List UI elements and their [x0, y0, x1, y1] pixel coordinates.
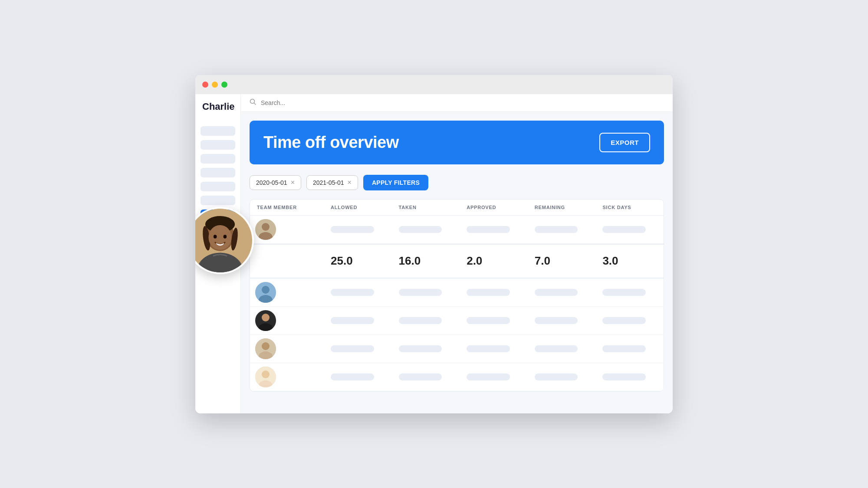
app-logo: Charlie — [201, 101, 235, 112]
data-cell — [392, 370, 460, 384]
col-sick-days: SICK DAYS — [595, 205, 664, 210]
avatar-4 — [255, 310, 276, 331]
placeholder — [602, 373, 646, 380]
placeholder — [399, 345, 442, 352]
sidebar-item-1[interactable] — [201, 126, 235, 136]
table-row — [250, 278, 664, 307]
placeholder — [535, 226, 578, 233]
table-row — [250, 307, 664, 335]
traffic-lights — [202, 82, 227, 88]
sidebar-item-5[interactable] — [201, 182, 235, 191]
sidebar-item-2[interactable] — [201, 140, 235, 150]
taken-value: 16.0 — [399, 254, 421, 268]
apply-filters-button[interactable]: APPLY FILTERS — [363, 175, 428, 190]
data-cell — [460, 285, 528, 299]
data-cell — [528, 314, 596, 328]
placeholder — [602, 345, 646, 352]
data-cell — [595, 370, 664, 384]
search-input[interactable] — [261, 99, 664, 106]
content-area: Time off overview EXPORT 2020-05-01 × 20… — [241, 112, 673, 413]
sick-days-cell: 3.0 — [595, 251, 664, 271]
avatar-1 — [255, 219, 276, 240]
svg-point-15 — [262, 370, 270, 378]
placeholder — [331, 345, 374, 352]
main-content: Time off overview EXPORT 2020-05-01 × 20… — [241, 94, 673, 413]
allowed-cell: 25.0 — [324, 251, 392, 271]
sick-days-value: 3.0 — [602, 254, 618, 268]
avatar-5 — [255, 338, 276, 359]
date-from-value: 2020-05-01 — [256, 179, 287, 186]
svg-line-1 — [254, 103, 256, 105]
sidebar-item-3[interactable] — [201, 154, 235, 164]
placeholder — [467, 373, 510, 380]
highlighted-table-row: 25.0 16.0 2.0 7.0 3.0 — [250, 244, 664, 278]
data-cell — [460, 370, 528, 384]
search-icon — [250, 98, 256, 107]
member-cell-3 — [250, 278, 324, 306]
data-cell — [392, 342, 460, 356]
highlighted-member-cell — [250, 258, 324, 265]
data-cell — [595, 285, 664, 299]
maximize-button[interactable] — [221, 82, 227, 88]
placeholder — [331, 289, 374, 296]
svg-point-9 — [262, 314, 270, 321]
svg-point-3 — [262, 223, 270, 231]
avatar-6 — [255, 367, 276, 387]
data-cell — [528, 370, 596, 384]
remaining-value: 7.0 — [535, 254, 550, 268]
data-cell — [460, 342, 528, 356]
data-cell — [528, 342, 596, 356]
svg-point-6 — [262, 286, 270, 294]
placeholder — [399, 317, 442, 324]
placeholder — [399, 226, 442, 233]
placeholder — [602, 226, 646, 233]
date-to-filter[interactable]: 2021-05-01 × — [306, 175, 358, 190]
placeholder — [331, 226, 374, 233]
svg-point-24 — [214, 235, 217, 239]
placeholder — [535, 345, 578, 352]
date-from-filter[interactable]: 2020-05-01 × — [250, 175, 301, 190]
taken-cell: 16.0 — [392, 251, 460, 271]
placeholder — [602, 317, 646, 324]
data-cell — [595, 314, 664, 328]
member-cell-5 — [250, 335, 324, 363]
titlebar — [195, 75, 673, 94]
svg-point-25 — [224, 235, 227, 239]
minimize-button[interactable] — [212, 82, 218, 88]
date-to-close-icon[interactable]: × — [348, 179, 352, 186]
app-body: Charlie — [195, 94, 673, 413]
svg-point-12 — [262, 342, 270, 350]
placeholder — [331, 373, 374, 380]
close-button[interactable] — [202, 82, 208, 88]
page-title: Time off overview — [263, 133, 399, 152]
data-cell — [392, 314, 460, 328]
sidebar-item-4[interactable] — [201, 168, 235, 177]
placeholder — [467, 345, 510, 352]
browser-window: Charlie — [195, 75, 673, 413]
avatar-3 — [255, 282, 276, 303]
sidebar-item-6[interactable] — [201, 196, 235, 205]
placeholder — [535, 317, 578, 324]
placeholder — [399, 373, 442, 380]
placeholder — [399, 289, 442, 296]
filters-row: 2020-05-01 × 2021-05-01 × APPLY FILTERS — [250, 175, 664, 190]
export-button[interactable]: EXPORT — [599, 133, 650, 152]
col-allowed: ALLOWED — [324, 205, 392, 210]
table-row — [250, 335, 664, 363]
placeholder — [467, 289, 510, 296]
approved-cell: 2.0 — [460, 251, 528, 271]
header-banner: Time off overview EXPORT — [250, 121, 664, 164]
data-cell — [392, 223, 460, 236]
data-cell — [324, 370, 392, 384]
member-cell-4 — [250, 307, 324, 334]
member-cell-6 — [250, 363, 324, 391]
placeholder — [331, 317, 374, 324]
allowed-value: 25.0 — [331, 254, 353, 268]
approved-value: 2.0 — [467, 254, 482, 268]
data-cell — [324, 342, 392, 356]
data-cell — [595, 342, 664, 356]
data-cell — [324, 223, 392, 236]
remaining-cell: 7.0 — [528, 251, 596, 271]
data-cell — [528, 285, 596, 299]
date-from-close-icon[interactable]: × — [291, 179, 295, 186]
